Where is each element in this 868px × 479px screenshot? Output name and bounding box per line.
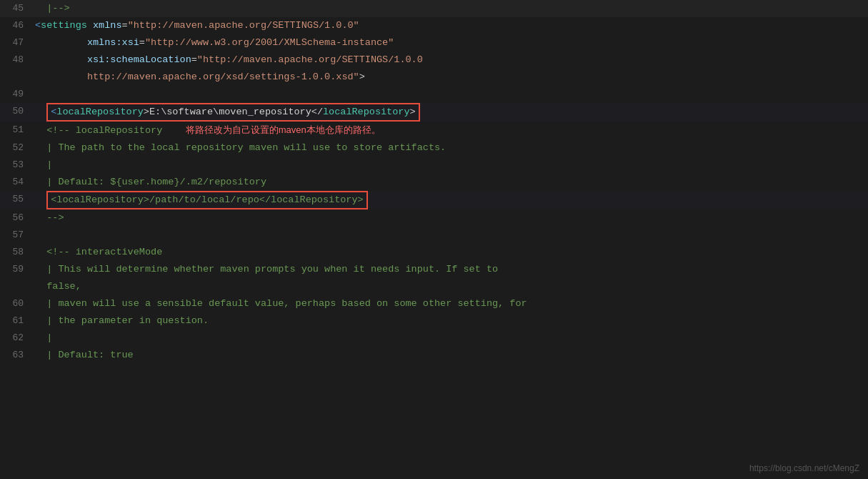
line-number: 51 (0, 122, 32, 139)
line-number: 46 (0, 17, 32, 34)
line-content: xsi:schemaLocation="http://maven.apache.… (32, 51, 868, 69)
line-number: 59 (0, 261, 32, 278)
code-line-61: 61 | the parameter in question. (0, 312, 868, 330)
line-content: | This will determine whether maven prom… (32, 261, 868, 278)
line-content: false, (32, 278, 868, 295)
code-line-48b: http://maven.apache.org/xsd/settings-1.0… (0, 69, 868, 86)
line-content: |--> (32, 0, 868, 17)
code-line-55: 55 <localRepository>/path/to/local/repo<… (0, 191, 868, 209)
code-line-45: 45 |--> (0, 0, 868, 17)
code-line-56: 56 --> (0, 209, 868, 227)
line-number: 48 (0, 51, 32, 69)
line-content: | Default: ${user.home}/.m2/repository (32, 174, 868, 191)
line-content: --> (32, 209, 868, 227)
code-line-50: 50 <localRepository>E:\software\moven_re… (0, 103, 868, 122)
line-number: 60 (0, 295, 32, 312)
line-content: xmlns:xsi="http://www.w3.org/2001/XMLSch… (32, 34, 868, 51)
line-number: 49 (0, 86, 32, 103)
line-content: <!-- localRepository 将路径改为自己设置的maven本地仓库… (32, 122, 868, 139)
code-line-46: 46 <settings xmlns="http://maven.apache.… (0, 17, 868, 34)
line-content: | The path to the local repository maven… (32, 139, 868, 157)
line-content: <localRepository>/path/to/local/repo</lo… (32, 191, 868, 209)
line-number: 58 (0, 244, 32, 261)
line-content: | Default: true (32, 347, 868, 364)
code-line-59b: false, (0, 278, 868, 295)
line-number: 63 (0, 347, 32, 364)
code-line-62: 62 | (0, 330, 868, 347)
line-number: 52 (0, 139, 32, 157)
line-number: 61 (0, 312, 32, 330)
line-number: 54 (0, 174, 32, 191)
code-line-53: 53 | (0, 157, 868, 174)
code-line-49: 49 (0, 86, 868, 103)
line-content: | the parameter in question. (32, 312, 868, 330)
code-line-51: 51 <!-- localRepository 将路径改为自己设置的maven本… (0, 122, 868, 139)
watermark: https://blog.csdn.net/cMengZ (749, 463, 859, 473)
code-line-52: 52 | The path to the local repository ma… (0, 139, 868, 157)
line-content: | (32, 157, 868, 174)
code-line-47: 47 xmlns:xsi="http://www.w3.org/2001/XML… (0, 34, 868, 51)
code-editor: 45 |--> 46 <settings xmlns="http://maven… (0, 0, 868, 479)
line-content: <settings xmlns="http://maven.apache.org… (32, 17, 868, 34)
code-line-60: 60 | maven will use a sensible default v… (0, 295, 868, 312)
line-content: | maven will use a sensible default valu… (32, 295, 868, 312)
line-content: http://maven.apache.org/xsd/settings-1.0… (32, 69, 868, 86)
line-number: 47 (0, 34, 32, 51)
line-content: | (32, 330, 868, 347)
line-number: 62 (0, 330, 32, 347)
line-number: 45 (0, 0, 32, 17)
line-number: 56 (0, 209, 32, 227)
line-number: 55 (0, 191, 32, 208)
line-number: 50 (0, 103, 32, 120)
annotation-text: 将路径改为自己设置的maven本地仓库的路径。 (186, 124, 381, 135)
code-line-48: 48 xsi:schemaLocation="http://maven.apac… (0, 51, 868, 69)
line-number: 53 (0, 157, 32, 174)
line-content: <localRepository>E:\software\moven_repos… (32, 103, 868, 122)
line-content: <!-- interactiveMode (32, 244, 868, 261)
code-line-58: 58 <!-- interactiveMode (0, 244, 868, 261)
code-line-54: 54 | Default: ${user.home}/.m2/repositor… (0, 174, 868, 191)
code-line-63: 63 | Default: true (0, 347, 868, 364)
code-line-59: 59 | This will determine whether maven p… (0, 261, 868, 278)
line-number: 57 (0, 227, 32, 244)
code-line-57: 57 (0, 227, 868, 244)
